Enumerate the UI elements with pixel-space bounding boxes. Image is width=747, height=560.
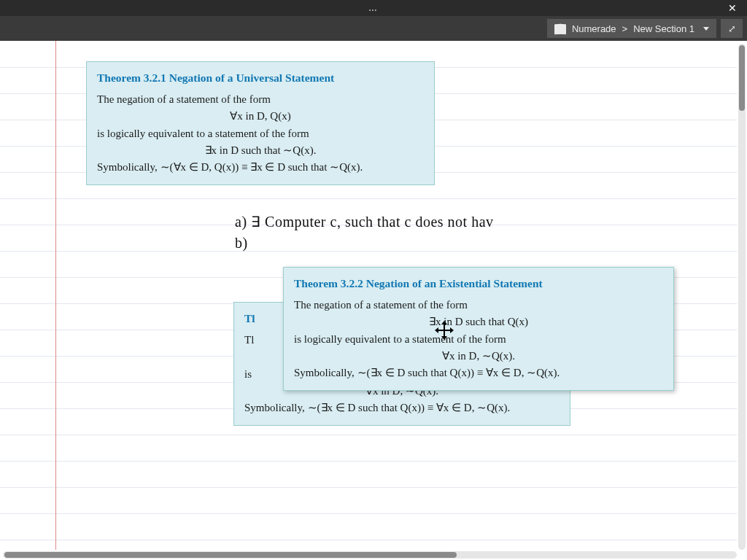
theorem-321-formula2: ∃x in D such that ∼Q(x). [97,142,424,159]
notebook-icon [554,24,566,34]
note-canvas[interactable]: Theorem 3.2.1 Negation of a Universal St… [0,41,747,560]
horizontal-scroll-thumb[interactable] [4,552,457,558]
handwriting-line-a: a) ∃ Computer c, such that c does not ha… [235,213,494,230]
theorem-321-line1: The negation of a statement of the form [97,91,424,108]
breadcrumb-separator: > [622,23,628,34]
theorem-322-formula2: ∀x in D, ∼Q(x). [294,348,663,365]
breadcrumb-app: Numerade [572,23,616,34]
theorem-321-title: Theorem 3.2.1 Negation of a Universal St… [97,69,424,87]
paper: Theorem 3.2.1 Negation of a Universal St… [0,41,737,550]
expand-icon: ⤢ [728,23,736,34]
theorem-322-line2: is logically equivalent to a statement o… [294,331,663,348]
fullscreen-button[interactable]: ⤢ [721,19,743,38]
vertical-scroll-thumb[interactable] [739,45,745,111]
chevron-down-icon [703,27,709,31]
breadcrumb-section: New Section 1 [633,23,694,34]
theorem-322-line1: The negation of a statement of the form [294,297,663,314]
handwriting-line-b: b) [235,235,248,252]
title-bar: … ✕ [0,0,747,16]
theorem-box-322-front[interactable]: Theorem 3.2.2 Negation of an Existential… [283,267,674,391]
horizontal-scrollbar[interactable] [3,551,737,559]
theorem-322b-symbolically: Symbolically, ∼(∃x ∈ D such that Q(x)) ≡… [244,400,560,416]
margin-line [55,41,56,550]
breadcrumb[interactable]: Numerade > New Section 1 [547,19,716,38]
theorem-321-formula1: ∀x in D, Q(x) [97,108,424,125]
theorem-box-321[interactable]: Theorem 3.2.1 Negation of a Universal St… [86,61,435,185]
theorem-322-symbolically: Symbolically, ∼(∃x ∈ D such that Q(x)) ≡… [294,365,663,381]
theorem-322-title: Theorem 3.2.2 Negation of an Existential… [294,275,663,292]
toolbar: Numerade > New Section 1 ⤢ [0,16,747,41]
theorem-321-line2: is logically equivalent to a statement o… [97,125,424,142]
theorem-321-symbolically: Symbolically, ∼(∀x ∈ D, Q(x)) ≡ ∃x ∈ D s… [97,159,424,176]
titlebar-dots: … [368,3,379,13]
theorem-322-formula1: ∃x in D such that Q(x) [294,314,663,330]
close-button[interactable]: ✕ [718,0,747,16]
close-icon: ✕ [728,2,737,14]
vertical-scrollbar[interactable] [738,44,746,550]
